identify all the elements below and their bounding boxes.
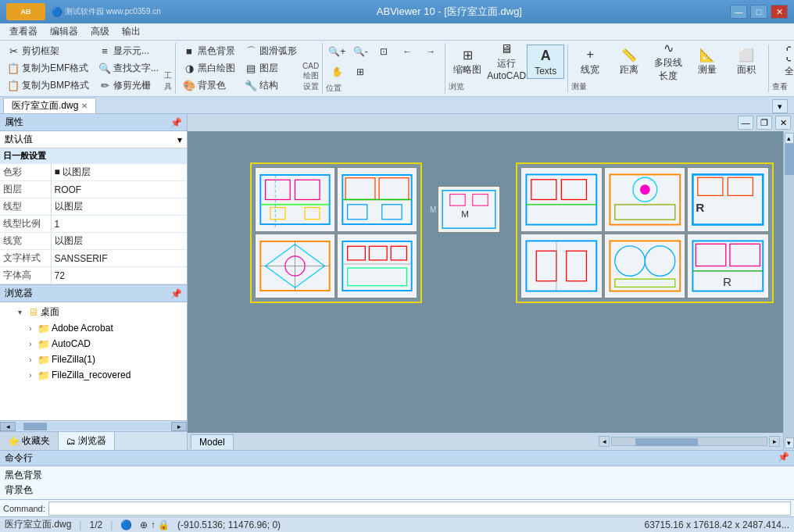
browser-title: 浏览器 — [5, 287, 33, 300]
table-row: 字体高 72 — [0, 267, 187, 284]
measure-btn[interactable]: 📐 测量 — [688, 45, 726, 79]
props-dropdown[interactable]: 默认值 ▾ — [0, 131, 187, 148]
menu-editor[interactable]: 编辑器 — [44, 23, 84, 40]
hscroll-left-btn[interactable]: ◂ — [599, 436, 610, 447]
browser-header: 浏览器 📌 — [0, 285, 187, 302]
svg-rect-47 — [614, 279, 674, 287]
find-text-btn[interactable]: 🔍 查找文字... — [95, 60, 163, 77]
minimize-btn[interactable]: — — [730, 5, 747, 19]
cad-drawing-mid: M — [438, 187, 499, 232]
edit-raster-btn[interactable]: ✏ 修剪光栅 — [95, 77, 163, 94]
menu-advanced[interactable]: 高级 — [84, 23, 116, 40]
distance-icon: 📏 — [620, 47, 638, 62]
layers-icon: ▤ — [245, 62, 257, 75]
tree-item-autocad[interactable]: › 📁 AutoCAD — [23, 336, 185, 352]
zoom-in-btn[interactable]: 🔍+ — [326, 43, 348, 60]
browser-tab[interactable]: 🗂 浏览器 — [59, 432, 115, 450]
canvas-close-btn[interactable]: ✕ — [775, 116, 791, 130]
browser-pin-icon[interactable]: 📌 — [170, 288, 182, 299]
copy-emf-btn[interactable]: 📋 复制为EMF格式 — [3, 60, 93, 77]
distance-btn[interactable]: 📏 距离 — [610, 45, 648, 79]
tree-item-desktop[interactable]: ▾ 🖥 桌面 — [13, 304, 185, 320]
zoom-area-btn[interactable]: ⊞ — [349, 63, 371, 80]
svg-rect-9 — [379, 178, 409, 200]
cad-thumb-2 — [337, 167, 417, 232]
command-area: 命令行 📌 黑色背景 背景色 — [0, 450, 794, 499]
bw-draw-btn[interactable]: ◑ 黑白绘图 — [179, 60, 239, 77]
canvas-minimize-btn[interactable]: — — [738, 116, 753, 130]
command-pin-icon[interactable]: 📌 — [778, 452, 789, 465]
props-scroll[interactable]: 日一般设置 色彩 ■ 以图层 图层 ROOF 线型 以图层 — [0, 148, 187, 284]
tab-close-icon[interactable]: ✕ — [81, 102, 88, 110]
properties-title: 属性 — [5, 116, 23, 129]
cad-right-2 — [604, 167, 686, 232]
canvas-restore-btn[interactable]: ❐ — [756, 116, 772, 130]
zoom-row2: ✋ ⊞ — [326, 63, 371, 80]
tree-item-adobe[interactable]: › 📁 Adobe Acrobat — [23, 320, 185, 336]
bg-color-btn[interactable]: 🎨 背景色 — [179, 77, 239, 94]
bookmarks-tab[interactable]: ⭐ 收藏夹 — [0, 432, 59, 450]
scroll-track-h — [16, 423, 171, 430]
run-autocad-btn[interactable]: 🖥 运行 AutoCAD — [488, 45, 525, 79]
position-label: 位置 — [326, 83, 342, 94]
browser-panel: 浏览器 📌 ▾ 🖥 桌面 › 📁 Adobe Acrobat › 📁 Auto — [0, 285, 187, 431]
hscroll-right-btn[interactable]: ▸ — [769, 436, 780, 447]
tree-item-filezilla2[interactable]: › 📁 FileZilla_recovered — [23, 367, 185, 383]
svg-rect-12 — [382, 205, 402, 220]
browser-scrollbar-h[interactable]: ◂ ▸ — [0, 420, 187, 431]
prop-val-linescale: 1 — [51, 216, 187, 233]
svg-rect-50 — [730, 244, 760, 266]
model-tab[interactable]: Model — [191, 434, 234, 449]
layers-btn[interactable]: ▤ 图层 — [241, 60, 301, 77]
model-tab-label: Model — [199, 437, 225, 448]
expand-arrow-icon: › — [25, 370, 36, 380]
maximize-btn[interactable]: □ — [750, 5, 767, 19]
tab-extras: ▾ — [96, 99, 791, 113]
structure-btn[interactable]: 🔧 结构 — [241, 77, 301, 94]
arrow-right-btn[interactable]: → — [420, 43, 442, 60]
pan-btn[interactable]: ✋ — [326, 63, 348, 80]
prop-key-linescale: 线型比例 — [0, 216, 51, 233]
fullscreen-icon: ⛶ — [785, 45, 794, 64]
thumbnail-btn[interactable]: ⊞ 缩略图 — [449, 45, 486, 79]
svg-rect-35 — [614, 205, 674, 220]
close-btn[interactable]: ✕ — [771, 5, 788, 19]
menu-output[interactable]: 输出 — [116, 23, 147, 40]
canvas-vscroll[interactable]: ▴ ▾ — [783, 131, 794, 450]
panel-pin-icon[interactable]: 📌 — [170, 117, 182, 128]
command-input[interactable] — [48, 502, 791, 516]
cad-side-note: M — [430, 205, 436, 214]
menu-viewer[interactable]: 查看器 — [3, 23, 44, 40]
zoom-fit-btn[interactable]: ⊡ — [373, 43, 395, 60]
tree-item-filezilla1[interactable]: › 📁 FileZilla(1) — [23, 352, 185, 367]
drawing-area[interactable]: M — [188, 131, 783, 433]
toolbar-section-measure: + 线宽 📏 距离 ∿ 多段线长度 📐 测量 ⬜ 面积 — [571, 45, 769, 92]
measure-btns: + 线宽 📏 距离 ∿ 多段线长度 📐 测量 ⬜ 面积 — [571, 45, 765, 79]
fullscreen-btn[interactable]: ⛶ 全屏 — [772, 45, 794, 79]
black-bg-btn[interactable]: ■ 黑色背景 — [179, 43, 239, 59]
texts-btn[interactable]: A Texts — [527, 45, 564, 79]
tab-label: 医疗室立面.dwg — [12, 99, 78, 112]
tab-scroll-btn[interactable]: ▾ — [772, 99, 788, 113]
cad-right-1 — [520, 167, 603, 232]
line-width-btn[interactable]: + 线宽 — [571, 45, 609, 79]
area-btn[interactable]: ⬜ 面积 — [728, 45, 765, 79]
polyline-length-btn[interactable]: ∿ 多段线长度 — [649, 45, 687, 79]
show-list-btn[interactable]: ≡ 显示元... — [95, 43, 163, 59]
cad-group-right: R — [516, 162, 774, 303]
vscroll-down-btn[interactable]: ▾ — [785, 437, 794, 448]
vscroll-up-btn[interactable]: ▴ — [785, 133, 794, 144]
round-arc-btn[interactable]: ⌒ 圆滑弧形 — [241, 43, 301, 59]
svg-rect-42 — [567, 251, 587, 280]
command-header: 命令行 📌 — [0, 451, 794, 466]
scroll-right-btn[interactable]: ▸ — [171, 422, 187, 431]
browser-tree[interactable]: ▾ 🖥 桌面 › 📁 Adobe Acrobat › 📁 AutoCAD › 📁 — [0, 302, 187, 420]
arrow-left-btn[interactable]: ← — [396, 43, 418, 60]
cut-frame-btn[interactable]: ✂ 剪切框架 — [3, 43, 93, 59]
zoom-out-btn[interactable]: 🔍- — [349, 43, 371, 60]
status-sep-1: | — [79, 520, 81, 530]
copy-bmp-icon: 📋 — [7, 80, 20, 92]
scroll-left-btn[interactable]: ◂ — [0, 422, 16, 431]
main-file-tab[interactable]: 医疗室立面.dwg ✕ — [3, 98, 96, 113]
copy-bmp-btn[interactable]: 📋 复制为BMP格式 — [3, 77, 93, 94]
